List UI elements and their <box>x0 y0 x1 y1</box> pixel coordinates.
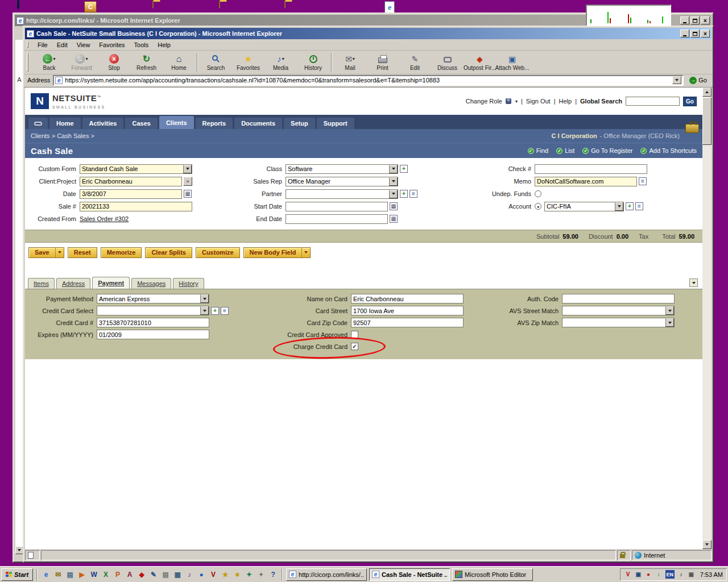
minimize-button[interactable] <box>680 30 689 38</box>
add-to-shortcuts-link[interactable]: ✓Add To Shortcuts <box>640 147 697 154</box>
toolbar-grip[interactable] <box>27 41 28 48</box>
monitor-icon[interactable]: ▣ <box>687 570 696 579</box>
acrobat-icon[interactable]: ◆ <box>136 569 147 580</box>
open-list-icon[interactable]: ≡ <box>410 190 417 198</box>
outer-scroll-button[interactable] <box>15 546 23 554</box>
show-desktop-icon[interactable]: ▤ <box>65 569 75 580</box>
start-date-input[interactable] <box>286 202 388 211</box>
messenger-icon[interactable]: ✦ <box>244 569 254 580</box>
dropdown-arrow[interactable] <box>200 306 209 315</box>
subtab-items[interactable]: Items <box>28 278 55 289</box>
clear-splits-button[interactable]: Clear Splits <box>145 247 192 258</box>
print-button[interactable]: Print <box>366 52 399 73</box>
created-from-link[interactable]: Sales Order #302 <box>80 215 129 222</box>
calendar-icon[interactable]: ▦ <box>184 190 192 198</box>
alert-icon[interactable]: ● <box>644 570 653 579</box>
undep-funds-radio[interactable] <box>535 190 541 197</box>
credit-card-approved-checkbox[interactable] <box>351 331 358 338</box>
save-dropdown[interactable] <box>55 248 64 257</box>
date-input[interactable]: 3/8/2007 <box>80 189 182 199</box>
browser-titlebar[interactable]: e Cash Sale - NetSuite Small Business (C… <box>25 28 712 39</box>
class-select[interactable]: Software <box>286 164 398 174</box>
dropdown-arrow[interactable] <box>389 190 398 198</box>
back-button[interactable]: ←▾ Back <box>33 52 65 73</box>
tab-cases[interactable]: Cases <box>125 118 157 129</box>
calculator-icon[interactable]: ▦ <box>172 569 183 580</box>
tab-documents[interactable]: Documents <box>234 118 282 129</box>
go-to-register-link[interactable]: ✓Go To Register <box>582 147 632 154</box>
folder-icon[interactable] <box>284 1 286 8</box>
tab-support[interactable]: Support <box>317 118 354 129</box>
dropdown-arrow[interactable] <box>615 202 623 211</box>
charge-credit-card-checkbox[interactable]: ✓ <box>351 343 358 350</box>
refresh-button[interactable]: ↻ Refresh <box>130 52 163 73</box>
tools-icon[interactable]: + <box>256 569 266 580</box>
menu-help[interactable]: Help <box>153 40 175 49</box>
address-dropdown-button[interactable] <box>672 76 681 84</box>
attach-web-button[interactable]: ▣ Attach Web... <box>496 52 528 73</box>
card-zip-input[interactable]: 92507 <box>351 318 464 327</box>
menu-file[interactable]: File <box>33 40 52 49</box>
open-list-icon[interactable]: ≡ <box>221 307 229 315</box>
sales-rep-select[interactable]: Office Manager <box>286 177 398 186</box>
expand-memo-icon[interactable]: ≡ <box>639 177 647 185</box>
save-button[interactable]: Save <box>28 247 64 258</box>
notepad-icon[interactable]: ▤ <box>160 569 171 580</box>
access-icon[interactable]: A <box>125 569 135 580</box>
folder-icon[interactable] <box>219 1 220 8</box>
account-radio[interactable]: ● <box>535 203 541 210</box>
internet-explorer-icon[interactable]: e <box>41 569 51 580</box>
photo-editor-icon[interactable]: ✎ <box>148 569 159 580</box>
expires-input[interactable]: 01/2009 <box>97 330 209 339</box>
sign-out-link[interactable]: Sign Out <box>526 98 551 105</box>
dropdown-arrow[interactable] <box>665 318 674 327</box>
menu-favorites[interactable]: Favorites <box>94 40 129 49</box>
my-computer-icon[interactable] <box>17 1 19 8</box>
internet-document-icon[interactable]: e <box>384 1 395 13</box>
subtab-messages[interactable]: Messages <box>131 278 171 289</box>
custom-form-select[interactable]: Standard Cash Sale <box>80 164 192 174</box>
search-button[interactable]: Search <box>200 52 232 73</box>
scroll-down-button[interactable] <box>702 540 712 549</box>
global-search-go-button[interactable]: Go <box>683 97 697 106</box>
maximize-button[interactable] <box>690 30 700 38</box>
tab-setup[interactable]: Setup <box>284 118 315 129</box>
close-button[interactable]: × <box>701 30 710 38</box>
subtab-history[interactable]: History <box>173 278 204 289</box>
find-link[interactable]: ✓Find <box>528 147 548 154</box>
maximize-button[interactable] <box>690 16 700 24</box>
open-record-button[interactable]: » <box>183 177 192 186</box>
tab-clients[interactable]: Clients <box>159 116 194 129</box>
tab-reports[interactable]: Reports <box>196 118 233 129</box>
toolbar-grip[interactable] <box>27 53 28 72</box>
menu-tools[interactable]: Tools <box>130 40 154 49</box>
word-icon[interactable]: W <box>89 569 99 580</box>
outpost-firewall-button[interactable]: ◆ Outpost Fir... <box>464 52 496 73</box>
partner-select[interactable] <box>286 189 398 199</box>
browser-alt-icon[interactable]: ● <box>196 569 206 580</box>
add-new-icon[interactable]: + <box>400 165 408 173</box>
powerpoint-icon[interactable]: P <box>113 569 123 580</box>
history-button[interactable]: History <box>297 52 329 73</box>
add-new-icon[interactable]: + <box>211 307 219 315</box>
display-settings-icon[interactable]: ▣ <box>634 570 643 579</box>
stop-button[interactable]: × Stop <box>98 52 130 73</box>
account-select[interactable]: CIC-FfIA <box>544 202 624 211</box>
end-date-input[interactable] <box>286 214 388 224</box>
start-button[interactable]: Start <box>1 568 33 581</box>
help-link[interactable]: Help <box>559 98 572 105</box>
address-input[interactable]: e https://system.netsuite.com/app/accoun… <box>53 75 684 86</box>
go-button[interactable]: → Go <box>686 74 710 86</box>
help-center-icon[interactable]: ? <box>268 569 278 580</box>
tab-home[interactable]: Home <box>49 118 81 129</box>
folder-icon[interactable] <box>152 1 154 8</box>
favorites-button[interactable]: ★ Favorites <box>232 52 264 73</box>
global-search-input[interactable] <box>626 97 680 106</box>
chevron-down-icon[interactable]: ▾ <box>515 99 518 104</box>
card-street-input[interactable]: 1700 Iowa Ave <box>351 306 464 315</box>
dropdown-arrow[interactable] <box>389 177 398 186</box>
netsuite-logo[interactable]: N NETSUITE™ SMALL BUSINESS <box>31 93 106 110</box>
add-new-icon[interactable]: + <box>400 190 408 198</box>
file-manager-icon[interactable]: ■ <box>232 569 242 580</box>
tab-activities[interactable]: Activities <box>82 118 124 129</box>
